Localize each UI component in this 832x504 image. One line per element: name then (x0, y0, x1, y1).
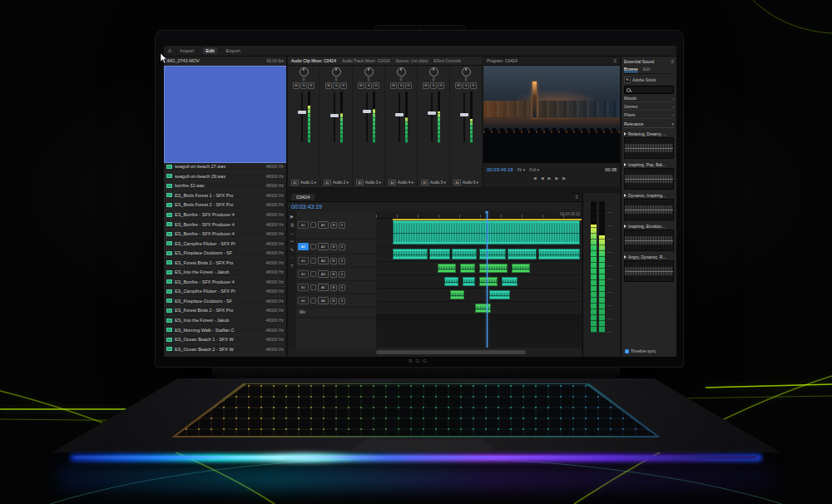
bin-item[interactable]: ES_Fireplace Outdoors - SF48000 Hz (164, 249, 286, 259)
volume-fader[interactable] (363, 91, 371, 143)
bin-item[interactable]: ES_Bonfire - SFX Producer 448000 Hz (164, 278, 286, 288)
hand-tool[interactable]: ◔ (290, 256, 293, 260)
bin-item[interactable]: ES_Ocean Beach 2 - SFX W48000 Hz (164, 344, 286, 354)
result-waveform-preview[interactable] (624, 199, 674, 220)
play-icon[interactable] (624, 163, 626, 166)
mixer-tab[interactable]: Audio Clip Mixer: C0424 (291, 58, 336, 63)
fader-handle[interactable] (428, 111, 436, 115)
source-patch-badge[interactable]: A4 (298, 270, 309, 278)
mute-button[interactable]: M (325, 82, 332, 89)
transport-icon-2[interactable]: ▶▶ (555, 175, 570, 180)
audio-clip[interactable] (479, 264, 508, 273)
track-assign-badge[interactable]: A2 (324, 180, 331, 185)
solo-button[interactable]: S (339, 244, 345, 250)
channel-label[interactable]: A1Audio 1 ▾ (291, 180, 316, 187)
bin-item[interactable]: ES_Bonfire - SFX Producer 448000 Hz (164, 230, 286, 240)
track-assign-badge[interactable]: A4 (389, 180, 396, 185)
track-select-tool[interactable]: ▥ (290, 223, 295, 227)
playhead[interactable] (487, 211, 488, 348)
razor-tool[interactable]: ✂ (290, 240, 294, 244)
source-patch-badge[interactable]: A1 (298, 221, 309, 229)
panel-menu-icon[interactable]: ≡ (575, 195, 578, 200)
audio-clip[interactable] (438, 264, 456, 273)
audio-clip[interactable] (475, 304, 492, 313)
mute-button[interactable]: M (330, 222, 337, 229)
audio-clip[interactable] (429, 249, 450, 259)
bin-item[interactable]: ES_Birds Forest 1 - SFX Pro48000 Hz (164, 191, 286, 201)
channel-label[interactable]: A4Audio 4 ▾ (389, 180, 414, 187)
volume-fader[interactable] (330, 91, 339, 143)
stock-result-item[interactable]: Angry, Dynamic, R... (624, 254, 674, 282)
sort-dropdown[interactable]: Relevance▾ (624, 120, 674, 128)
pan-knob[interactable] (462, 67, 471, 77)
track-header-a1[interactable]: A1A1MS (296, 211, 376, 240)
type-tool[interactable]: T (290, 264, 293, 269)
lock-icon[interactable] (310, 298, 316, 304)
fit-dropdown[interactable]: Fit ▾ (518, 167, 525, 172)
bin-item[interactable]: seagull-on-beach 29.wav48000 Hz (164, 172, 286, 182)
home-icon[interactable]: ⌂ (168, 47, 171, 55)
bin-item[interactable]: ES_Bonfire - SFX Producer 448000 Hz (164, 220, 286, 230)
volume-fader[interactable] (298, 91, 306, 143)
audio-clip[interactable] (479, 249, 506, 259)
solo-button[interactable]: S (339, 298, 345, 304)
timeline-sync-row[interactable]: ✓ Timeline sync (625, 348, 656, 353)
lock-icon[interactable] (310, 222, 316, 228)
mute-button[interactable]: M (330, 298, 337, 304)
fader-handle[interactable] (395, 113, 404, 116)
essential-tab-edit[interactable]: Edit (643, 67, 651, 72)
track-header-mix[interactable]: Mix (296, 308, 376, 318)
bin-item[interactable]: ES_Bonfire - SFX Producer 448000 Hz (164, 210, 286, 220)
audio-clip[interactable] (450, 290, 464, 299)
ripple-edit-tool[interactable]: ↔ (290, 231, 295, 235)
volume-fader[interactable] (460, 91, 468, 143)
record-button[interactable]: R (340, 82, 347, 89)
audio-clip[interactable] (444, 277, 458, 286)
stock-result-item[interactable]: Inspiring, Pop, Bal... (624, 162, 674, 190)
audio-clip[interactable] (508, 249, 537, 259)
source-patch-badge[interactable]: A2 (298, 243, 309, 250)
channel-label[interactable]: A5Audio 5 ▾ (421, 180, 446, 187)
bin-item[interactable]: IMG_0746.MOV60.00 fps (164, 114, 286, 124)
solo-button[interactable]: S (333, 82, 339, 89)
essential-tab-browse[interactable]: Browse (624, 67, 638, 72)
bin-item[interactable]: ES_Forest Birds 2 - SFX Pro48000 Hz (164, 306, 286, 316)
track-header-a5[interactable]: A5A5MS (296, 281, 376, 294)
audio-clip[interactable] (502, 277, 518, 286)
track-assign-badge[interactable]: A3 (356, 180, 364, 185)
adobe-stock-row[interactable]: St Adobe Stock (624, 77, 674, 83)
mixer-tab[interactable]: Effect Controls (433, 58, 461, 63)
track-assign-badge[interactable]: A5 (421, 180, 428, 185)
result-waveform-preview[interactable] (624, 260, 674, 282)
channel-label[interactable]: A2Audio 2 ▾ (324, 180, 349, 187)
audio-clip[interactable] (452, 249, 477, 259)
audio-clip[interactable] (393, 249, 428, 259)
audio-clip[interactable] (393, 220, 580, 245)
channel-label[interactable]: A6Audio 6 ▾ (453, 180, 478, 187)
timeline-sequence-tab[interactable]: C0424 (291, 194, 314, 200)
result-waveform-preview[interactable] (624, 230, 674, 251)
mute-button[interactable]: M (423, 82, 429, 89)
volume-fader[interactable] (428, 91, 436, 143)
solo-button[interactable]: S (339, 271, 345, 278)
solo-button[interactable]: S (300, 82, 307, 89)
timeline-horizontal-scrollbar[interactable] (376, 350, 526, 354)
solo-button[interactable]: S (463, 82, 469, 89)
track-header-a3[interactable]: A3A3MS (296, 254, 376, 268)
solo-button[interactable]: S (365, 82, 372, 89)
lock-icon[interactable] (310, 244, 316, 250)
timeline-timecode[interactable]: 00:03:43:19 (291, 204, 322, 210)
track-assign-badge[interactable]: A1 (291, 180, 299, 185)
play-icon[interactable] (624, 225, 626, 228)
panel-menu-icon[interactable]: ≡ (671, 59, 674, 64)
source-patch-badge[interactable]: A3 (298, 257, 309, 264)
audio-clip[interactable] (463, 277, 475, 286)
record-button[interactable]: R (405, 82, 412, 89)
fader-handle[interactable] (330, 114, 339, 117)
track-header-a6[interactable]: A6A6MS (296, 294, 376, 308)
bin-item[interactable]: ES_Birds Forest 2 - SFX Pro48000 Hz (164, 200, 286, 210)
track-assign-badge[interactable]: A6 (453, 180, 461, 185)
mute-button[interactable]: M (330, 258, 337, 264)
pan-knob[interactable] (397, 67, 406, 77)
solo-button[interactable]: S (339, 284, 345, 291)
